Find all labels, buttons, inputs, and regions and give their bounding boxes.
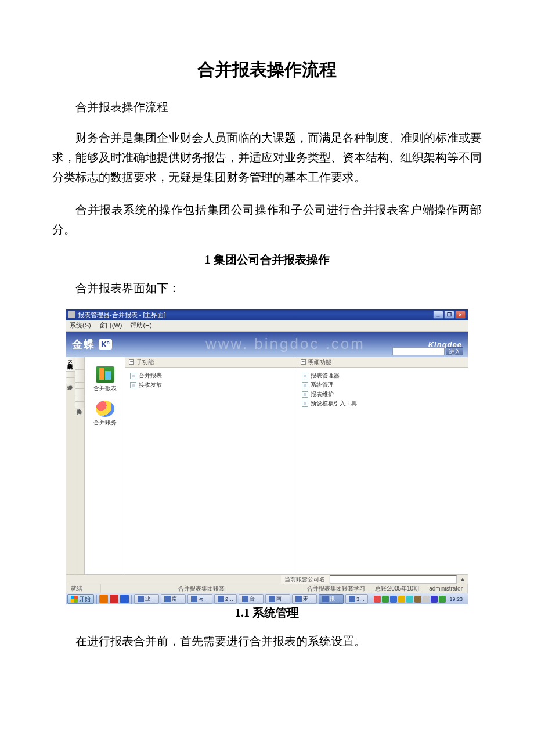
sidebar-item-label: 合并账务 xyxy=(85,419,125,427)
file-icon xyxy=(302,401,308,407)
section-1-1-body: 在进行报表合并前，首先需要进行合并报表的系统设置。 xyxy=(52,633,482,649)
tray-icon[interactable] xyxy=(439,596,446,603)
menu-system[interactable]: 系统(S) xyxy=(70,321,91,330)
vtab-finance[interactable]: 财务会计 xyxy=(66,372,75,378)
status-bar: 就绪 合并报表集团账套 合并报表集团账套学习 总账:2005年10期 admin… xyxy=(66,584,468,593)
window-title: 报表管理器-合并报表 - [主界面] xyxy=(78,311,433,319)
start-button[interactable]: 开始 xyxy=(67,594,94,604)
section-1-1-heading: 1.1 系统管理 xyxy=(52,605,482,621)
close-button[interactable]: × xyxy=(455,311,466,319)
vtab-sys[interactable]: 系统设置 xyxy=(75,389,84,395)
banner: 金蝶 K³ www. bingdoc .com Kingdee 进入 xyxy=(66,332,468,357)
panel-sub-features: 子功能 合并报表 接收发放 xyxy=(125,357,297,574)
quicklaunch-icon[interactable] xyxy=(120,595,129,603)
tree-item-sys-mgmt[interactable]: 系统管理 xyxy=(302,380,464,390)
document-subtitle: 合并报表操作流程 xyxy=(52,99,482,115)
vtab-my-k3[interactable]: 我的K/3 xyxy=(66,357,75,372)
file-icon xyxy=(302,382,308,388)
taskbar-task[interactable]: 南… xyxy=(265,594,290,604)
tree-item-label: 报表维护 xyxy=(311,390,334,398)
sidebar-item-label: 合并报表 xyxy=(85,384,125,393)
taskbar: 开始 业… 南… 与… 2… 合… 南… 宋… 报… 3… 19:23 xyxy=(66,593,468,604)
taskbar-task[interactable]: 宋… xyxy=(292,594,317,604)
taskbar-task[interactable]: 合… xyxy=(239,594,264,604)
status-ready: 就绪 xyxy=(66,584,101,593)
vtab-group[interactable]: 集团合并 xyxy=(75,402,84,408)
minimize-button[interactable]: _ xyxy=(433,311,443,319)
paragraph-intro-1: 财务合并是集团企业财会人员面临的大课题，而满足各种制度、准则的标准或要求，能够及… xyxy=(52,128,482,187)
status-company-label: 当前账套公司名 xyxy=(281,575,329,584)
panel-detail-features: 明细功能 报表管理器 系统管理 报表维护 xyxy=(297,357,468,574)
tree-item-label: 报表管理器 xyxy=(311,372,340,380)
document-title: 合并报表操作流程 xyxy=(52,58,482,82)
report-icon xyxy=(96,366,114,383)
enter-button[interactable]: 进入 xyxy=(446,347,463,355)
status-row-company: 当前账套公司名 ▲ xyxy=(66,574,468,584)
windows-logo-icon xyxy=(71,596,78,603)
vtab-supply[interactable]: 供应链 xyxy=(75,357,84,363)
tray-icon[interactable] xyxy=(423,596,430,603)
tree-item-label: 接收发放 xyxy=(139,381,162,389)
collapse-icon[interactable] xyxy=(129,359,134,365)
sidebar-icons: 合并报表 合并账务 xyxy=(85,357,125,574)
paragraph-intro-2: 合并报表系统的操作包括集团公司操作和子公司进行合并报表客户端操作两部分。 xyxy=(52,200,482,239)
tray-icon[interactable] xyxy=(431,596,438,603)
vtab-cost[interactable]: 成本管理 xyxy=(75,363,84,370)
vtab-fund[interactable]: 资金管理 xyxy=(75,395,84,402)
status-center: 合并报表集团账套 xyxy=(101,584,302,593)
section-1-intro: 合并报表界面如下： xyxy=(52,280,482,296)
tree-item-report-mgr[interactable]: 报表管理器 xyxy=(302,371,464,380)
status-right-1: 合并报表集团账套学习 xyxy=(302,584,370,593)
tree-item-receive-send[interactable]: 接收发放 xyxy=(130,380,292,390)
sidebar-tabs-group-right: 供应链 成本管理 生产管理 人力资源 企业绩效 系统设置 资金管理 集团合并 xyxy=(75,357,85,574)
tree-item-report-maint[interactable]: 报表维护 xyxy=(302,390,464,399)
app-screenshot: 报表管理器-合并报表 - [主界面] _ ❐ × 系统(S) 窗口(W) 帮助(… xyxy=(66,309,468,592)
tree-item-merge-report[interactable]: 合并报表 xyxy=(130,371,292,380)
sidebar-item-merge-accounts[interactable]: 合并账务 xyxy=(85,401,125,427)
tray-icon[interactable] xyxy=(406,596,413,603)
quicklaunch-icon[interactable] xyxy=(99,595,108,603)
taskbar-task[interactable]: 2… xyxy=(214,594,237,604)
maximize-button[interactable]: ❐ xyxy=(444,311,454,319)
taskbar-task[interactable]: 与… xyxy=(187,594,212,604)
watermark: www. bingdoc .com xyxy=(205,335,365,353)
vtab-hr[interactable]: 人力资源 xyxy=(75,376,84,383)
file-icon xyxy=(130,373,136,379)
taskbar-task-active[interactable]: 报… xyxy=(319,594,344,604)
status-right-2: 总账:2005年10期 xyxy=(370,584,424,593)
logo-k3: K³ xyxy=(99,339,112,350)
search-input[interactable] xyxy=(392,347,445,355)
sidebar-item-merge-report[interactable]: 合并报表 xyxy=(85,366,125,393)
tray-icon[interactable] xyxy=(414,596,421,603)
panel-detail-title: 明细功能 xyxy=(308,358,331,366)
window-title-bar: 报表管理器-合并报表 - [主界面] _ ❐ × xyxy=(66,309,468,320)
logo-text: 金蝶 xyxy=(72,337,95,351)
menu-help[interactable]: 帮助(H) xyxy=(130,321,151,330)
tree-item-label: 预设模板引入工具 xyxy=(311,399,357,408)
tree-item-template-import[interactable]: 预设模板引入工具 xyxy=(302,399,464,408)
tray-icon[interactable] xyxy=(374,596,381,603)
status-company-input[interactable] xyxy=(330,575,457,584)
taskbar-task[interactable]: 业… xyxy=(134,594,159,604)
vtab-perf[interactable]: 企业绩效 xyxy=(75,383,84,389)
quicklaunch-icon[interactable] xyxy=(110,595,118,603)
collapse-icon[interactable] xyxy=(301,359,306,365)
tray-time: 19:23 xyxy=(447,596,465,602)
panel-sub-title: 子功能 xyxy=(136,358,154,366)
vtab-mgmt-acct[interactable]: 管理会计 xyxy=(66,378,75,384)
taskbar-task[interactable]: 南… xyxy=(161,594,186,604)
start-label: 开始 xyxy=(79,595,91,603)
status-right-3: administrator xyxy=(424,584,468,593)
tray-icon[interactable] xyxy=(390,596,397,603)
tree-item-label: 系统管理 xyxy=(311,381,334,389)
tree-item-label: 合并报表 xyxy=(139,372,162,380)
taskbar-task[interactable]: 3… xyxy=(345,594,368,604)
tray-icon[interactable] xyxy=(382,596,389,603)
vtab-prod[interactable]: 生产管理 xyxy=(75,370,84,376)
menu-window[interactable]: 窗口(W) xyxy=(99,321,122,330)
scroll-up-icon[interactable]: ▲ xyxy=(457,575,468,584)
section-1-heading: 1 集团公司合并报表操作 xyxy=(52,252,482,268)
tray-icon[interactable] xyxy=(398,596,405,603)
sidebar-tabs-group-left: 我的K/3 财务会计 管理会计 xyxy=(66,357,75,574)
accounts-icon xyxy=(96,401,114,417)
